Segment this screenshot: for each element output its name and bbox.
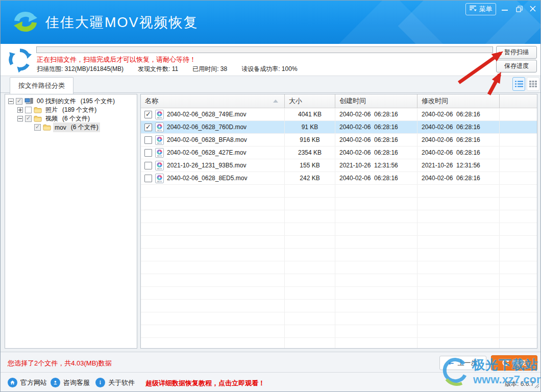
app-title: 佳佳大疆MOV视频恢复 bbox=[45, 13, 199, 32]
app-window: 佳佳大疆MOV视频恢复 菜单 bbox=[0, 0, 541, 392]
resize-grip[interactable] bbox=[534, 381, 539, 390]
table-row-empty bbox=[141, 261, 537, 274]
table-row-empty bbox=[141, 300, 537, 312]
column-header-name[interactable]: 名称 bbox=[141, 94, 284, 108]
action-bar: 您选择了2个文件，共4.03(MB)数据 ← 上一步 恢复 bbox=[1, 352, 540, 372]
file-modified: 2021-10-26 12:31:56 bbox=[417, 159, 499, 172]
tree-item[interactable]: 00 找到的文件(195 个文件) bbox=[5, 97, 137, 106]
file-size: 91 KB bbox=[284, 121, 335, 133]
tree-checkbox[interactable] bbox=[16, 98, 22, 105]
info-icon bbox=[95, 378, 105, 387]
table-row[interactable]: MOV2040-02-06_0628_8ED5.mov242 KB2040-02… bbox=[141, 172, 537, 185]
tree-label-text: 照片 bbox=[45, 106, 58, 114]
mov-file-icon: MOV bbox=[155, 110, 164, 119]
tree-count: (189 个文件) bbox=[62, 106, 96, 114]
folder-icon bbox=[43, 124, 51, 131]
collapse-icon[interactable] bbox=[17, 116, 23, 121]
file-name: 2040-02-06_0628_749E.mov bbox=[167, 111, 246, 118]
table-row-empty bbox=[141, 338, 537, 348]
list-view-button[interactable] bbox=[512, 77, 525, 91]
home-icon bbox=[8, 378, 17, 387]
table-row[interactable]: MOV2040-02-06_0628_749E.mov4041 KB2040-0… bbox=[141, 108, 537, 121]
table-row-empty bbox=[141, 185, 537, 198]
table-row[interactable]: MOV2040-02-06_0628_BFA8.mov916 KB2040-02… bbox=[141, 134, 537, 146]
recover-button-label: 恢复 bbox=[512, 358, 527, 368]
close-button[interactable] bbox=[527, 3, 539, 14]
table-row-empty bbox=[141, 249, 537, 261]
scan-warning-text: 正在扫描文件，扫描完成后才可以恢复，请耐心等待！ bbox=[37, 55, 196, 64]
tree-item[interactable]: 视频(6 个文件) bbox=[5, 114, 137, 123]
menu-label: 菜单 bbox=[479, 5, 493, 14]
file-size: 916 KB bbox=[284, 134, 335, 146]
row-checkbox[interactable] bbox=[144, 149, 152, 157]
tree-count: (6 个文件) bbox=[71, 123, 99, 132]
expand-icon[interactable] bbox=[17, 107, 23, 113]
row-checkbox[interactable] bbox=[144, 111, 152, 118]
mov-file-icon: MOV bbox=[155, 161, 164, 170]
column-header-size[interactable]: 大小 bbox=[284, 94, 335, 108]
collapse-icon[interactable] bbox=[8, 99, 14, 104]
footer-link-support[interactable]: 咨询客服 bbox=[51, 378, 90, 387]
row-extra bbox=[499, 134, 537, 146]
selection-summary: 您选择了2个文件，共4.03(MB)数据 bbox=[8, 359, 112, 368]
column-header-created[interactable]: 创建时间 bbox=[335, 94, 417, 108]
maximize-button[interactable] bbox=[513, 3, 525, 14]
table-row[interactable]: MOV2040-02-06_0628_760D.mov91 KB2040-02-… bbox=[141, 121, 537, 134]
tree-count: (195 个文件) bbox=[81, 97, 115, 106]
tree-checkbox[interactable] bbox=[25, 115, 32, 122]
folder-tree: 00 找到的文件(195 个文件)照片(189 个文件)视频(6 个文件)mov… bbox=[5, 97, 137, 132]
column-header-modified[interactable]: 修改时间 bbox=[417, 94, 499, 108]
recover-icon bbox=[502, 359, 509, 368]
minimize-button[interactable] bbox=[499, 3, 511, 14]
file-size: 4041 KB bbox=[284, 108, 335, 120]
sort-asc-icon bbox=[273, 100, 278, 103]
row-checkbox[interactable] bbox=[144, 136, 152, 144]
row-extra bbox=[499, 146, 537, 159]
tutorial-promo-link[interactable]: 超级详细数据恢复教程，点击立即观看！ bbox=[145, 379, 265, 388]
menu-icon bbox=[470, 5, 477, 13]
recover-button[interactable]: 恢复 bbox=[491, 355, 537, 371]
file-created: 2040-02-06 06:28:16 bbox=[335, 134, 417, 146]
table-row[interactable]: MOV2040-02-06_0628_427E.mov2354 KB2040-0… bbox=[141, 146, 537, 159]
menu-button[interactable]: 菜单 bbox=[465, 3, 496, 15]
row-extra bbox=[499, 121, 537, 133]
column-header-extra bbox=[499, 94, 537, 108]
pause-scan-button[interactable]: 暂停扫描 bbox=[496, 46, 537, 59]
table-row-empty bbox=[141, 223, 537, 236]
grid-view-button[interactable] bbox=[527, 77, 539, 91]
recycle-icon bbox=[7, 47, 33, 75]
tree-item[interactable]: mov(6 个文件) bbox=[5, 123, 137, 132]
file-modified: 2040-02-06 06:28:16 bbox=[417, 172, 499, 184]
file-created: 2040-02-06 06:28:16 bbox=[335, 121, 417, 133]
tree-checkbox[interactable] bbox=[34, 124, 41, 131]
tree-label-text: 视频 bbox=[45, 114, 58, 123]
table-header: 名称大小创建时间修改时间 bbox=[141, 94, 537, 108]
back-button[interactable]: ← 上一步 bbox=[439, 356, 486, 370]
scan-status-panel: 正在扫描文件，扫描完成后才可以恢复，请耐心等待！ 扫描范围: 312(MB)/1… bbox=[1, 44, 540, 76]
file-modified: 2040-02-06 06:28:16 bbox=[417, 134, 499, 146]
table-row-empty bbox=[141, 236, 537, 249]
row-checkbox[interactable] bbox=[144, 175, 152, 182]
column-header-label: 创建时间 bbox=[339, 96, 366, 106]
mov-file-icon: MOV bbox=[155, 148, 164, 158]
footer-link-label: 咨询客服 bbox=[63, 378, 90, 387]
table-row-empty bbox=[141, 325, 537, 338]
tree-checkbox[interactable] bbox=[25, 107, 32, 113]
tree-label-text: mov bbox=[55, 124, 66, 131]
file-created: 2040-02-06 06:28:16 bbox=[335, 172, 417, 184]
table-row[interactable]: MOV2021-10-26_1231_93B5.mov155 KB2021-10… bbox=[141, 159, 537, 172]
file-size: 155 KB bbox=[284, 159, 335, 172]
footer-link-about[interactable]: 关于软件 bbox=[95, 378, 135, 387]
row-extra bbox=[499, 159, 537, 172]
table-row-empty bbox=[141, 287, 537, 300]
tab-by-file-path[interactable]: 按文件路径分类 bbox=[10, 77, 73, 94]
row-checkbox[interactable] bbox=[144, 124, 152, 131]
tree-label[interactable]: mov(6 个文件) bbox=[53, 122, 100, 132]
row-checkbox[interactable] bbox=[144, 162, 152, 169]
tree-item[interactable]: 照片(189 个文件) bbox=[5, 106, 137, 114]
save-progress-button[interactable]: 保存进度 bbox=[496, 60, 537, 72]
footer-link-official-site[interactable]: 官方网站 bbox=[8, 378, 47, 387]
computer-icon bbox=[24, 98, 33, 105]
scan-stat: 发现文件数: 11 bbox=[138, 65, 178, 74]
svg-text:MOV: MOV bbox=[157, 180, 162, 183]
